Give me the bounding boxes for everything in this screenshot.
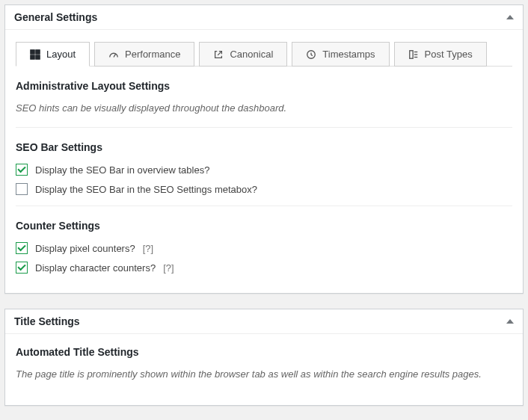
svg-rect-1 — [36, 49, 40, 53]
tab-layout[interactable]: Layout — [16, 42, 90, 67]
general-settings-title: General Settings — [14, 11, 97, 23]
tab-label: Layout — [46, 49, 76, 60]
tab-performance[interactable]: Performance — [94, 42, 194, 67]
external-link-icon — [213, 49, 224, 60]
svg-rect-3 — [36, 55, 40, 58]
tab-label: Performance — [125, 49, 180, 60]
title-settings-header[interactable]: Title Settings — [5, 309, 523, 334]
char-counter-checkbox[interactable] — [16, 262, 28, 274]
seo-bar-metabox-row: Display the SEO Bar in the SEO Settings … — [16, 183, 512, 195]
tab-label: Post Types — [425, 49, 473, 60]
svg-rect-2 — [31, 55, 34, 58]
svg-rect-7 — [409, 50, 412, 58]
title-settings-panel: Title Settings Automated Title Settings … — [4, 309, 524, 406]
seo-bar-overview-label: Display the SEO Bar in overview tables? — [35, 164, 209, 176]
title-settings-body: Automated Title Settings The page title … — [5, 334, 523, 405]
seo-bar-metabox-checkbox[interactable] — [16, 183, 28, 195]
chevron-up-icon — [506, 15, 514, 19]
divider — [16, 127, 512, 128]
title-settings-title: Title Settings — [14, 315, 80, 327]
tab-timestamps[interactable]: Timestamps — [292, 42, 389, 67]
svg-line-4 — [114, 54, 116, 57]
pixel-counter-help[interactable]: [?] — [143, 243, 153, 254]
char-counter-label: Display character counters? — [35, 262, 156, 274]
general-settings-header[interactable]: General Settings — [5, 5, 523, 30]
layout-icon — [30, 49, 40, 60]
auto-title-heading: Automated Title Settings — [16, 346, 512, 358]
pixel-counter-row: Display pixel counters? [?] — [16, 242, 512, 254]
svg-rect-0 — [31, 49, 34, 53]
post-types-icon — [408, 49, 419, 60]
tab-post-types[interactable]: Post Types — [394, 42, 487, 67]
admin-layout-desc: SEO hints can be visually displayed thro… — [16, 102, 512, 114]
auto-title-desc: The page title is prominently shown with… — [16, 368, 512, 380]
tab-canonical[interactable]: Canonical — [199, 42, 287, 67]
pixel-counter-checkbox[interactable] — [16, 242, 28, 254]
tab-bar: Layout Performance Canonical Timestamps … — [16, 42, 512, 67]
admin-layout-heading: Administrative Layout Settings — [16, 80, 512, 92]
general-settings-body: Layout Performance Canonical Timestamps … — [5, 30, 523, 293]
clock-icon — [306, 49, 316, 60]
svg-line-5 — [218, 51, 222, 55]
char-counter-row: Display character counters? [?] — [16, 262, 512, 274]
seo-bar-overview-row: Display the SEO Bar in overview tables? — [16, 164, 512, 176]
tab-label: Timestamps — [322, 49, 375, 60]
divider — [16, 206, 512, 206]
seo-bar-overview-checkbox[interactable] — [16, 164, 28, 176]
general-settings-panel: General Settings Layout Performance Cano… — [4, 4, 524, 294]
pixel-counter-label: Display pixel counters? — [35, 243, 135, 254]
chevron-up-icon — [506, 319, 514, 324]
counter-heading: Counter Settings — [16, 220, 512, 232]
seo-bar-metabox-label: Display the SEO Bar in the SEO Settings … — [35, 184, 257, 195]
gauge-icon — [108, 49, 119, 60]
char-counter-help[interactable]: [?] — [163, 262, 174, 274]
tab-label: Canonical — [230, 49, 273, 60]
seo-bar-heading: SEO Bar Settings — [16, 141, 512, 153]
